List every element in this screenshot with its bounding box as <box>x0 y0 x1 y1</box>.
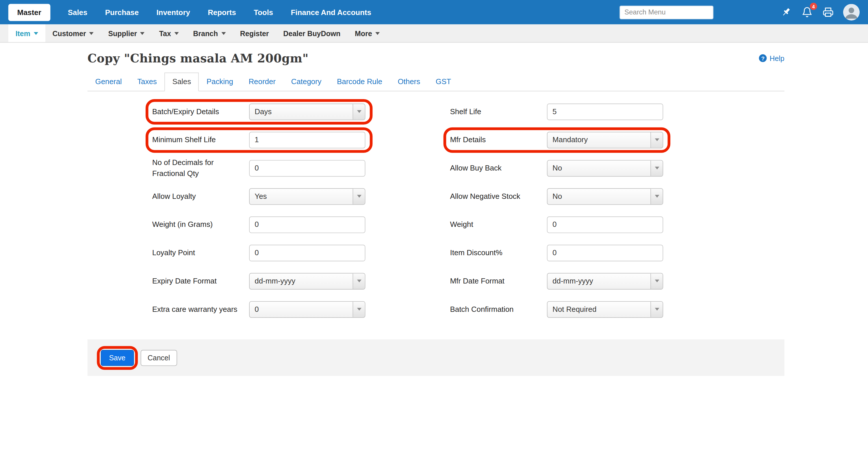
subnav-item-more[interactable]: More <box>348 24 387 42</box>
field-allow-loyalty: Allow Loyalty Yes <box>152 188 366 204</box>
subnav-item-label: Branch <box>193 29 218 37</box>
subnav-item-customer[interactable]: Customer <box>45 24 101 42</box>
select-value: 0 <box>250 302 352 317</box>
printer-icon[interactable] <box>822 6 834 18</box>
dropdown-arrow-icon <box>352 104 365 119</box>
help-icon: ? <box>759 54 767 62</box>
no-of-decimals-input[interactable] <box>249 160 365 176</box>
tab-category[interactable]: Category <box>283 72 330 91</box>
field-label: Loyalty Point <box>152 247 249 258</box>
form-action-bar: Save Cancel <box>88 339 784 376</box>
mfr-details-select[interactable]: Mandatory <box>547 131 663 148</box>
help-label: Help <box>770 54 784 62</box>
subnav-item-dealer-buydown[interactable]: Dealer BuyDown <box>276 24 348 42</box>
batch-confirmation-select[interactable]: Not Required <box>547 301 663 317</box>
form-row: Weight (in Grams) Weight <box>88 210 784 239</box>
select-value: Not Required <box>548 302 650 317</box>
dropdown-arrow-icon <box>650 160 662 176</box>
mfr-date-format-select[interactable]: dd-mm-yyyy <box>547 273 663 289</box>
top-navigation-bar: Master Sales Purchase Inventory Reports … <box>0 0 868 24</box>
sales-tab-form: Batch/Expiry Details Days Shelf Life Min… <box>88 91 784 323</box>
expiry-date-format-select[interactable]: dd-mm-yyyy <box>249 273 365 289</box>
help-link[interactable]: ? Help <box>759 54 784 62</box>
loyalty-point-input[interactable] <box>249 245 365 261</box>
field-label: Batch Confirmation <box>450 304 547 314</box>
item-discount-input[interactable] <box>547 245 663 261</box>
field-item-discount: Item Discount% <box>450 245 663 261</box>
topnav-right-cluster: 4 <box>620 4 860 20</box>
nav-item-sales[interactable]: Sales <box>68 8 88 17</box>
subnav-item-register[interactable]: Register <box>233 24 276 42</box>
pushpin-icon[interactable] <box>780 6 792 18</box>
tab-packing[interactable]: Packing <box>199 72 241 91</box>
screenshot-stage: Master Sales Purchase Inventory Reports … <box>0 0 868 467</box>
subnav-item-label: More <box>355 29 372 37</box>
dropdown-arrow-icon <box>650 302 662 317</box>
allow-negative-stock-select[interactable]: No <box>547 188 663 204</box>
tab-gst[interactable]: GST <box>428 72 459 91</box>
dropdown-arrow-icon <box>650 273 662 289</box>
subnav-item-supplier[interactable]: Supplier <box>101 24 152 42</box>
form-row: No of Decimals for Fractional Qty Allow … <box>88 154 784 182</box>
extra-care-warranty-years-select[interactable]: 0 <box>249 301 365 317</box>
chevron-down-icon <box>89 32 94 35</box>
user-avatar[interactable] <box>843 4 860 20</box>
weight-in-grams-input[interactable] <box>249 216 365 232</box>
nav-item-inventory[interactable]: Inventory <box>156 8 190 17</box>
nav-item-purchase[interactable]: Purchase <box>105 8 139 17</box>
save-button[interactable]: Save <box>101 350 134 366</box>
field-batch-confirmation: Batch Confirmation Not Required <box>450 301 663 317</box>
search-input[interactable] <box>620 5 714 19</box>
subnav-item-item[interactable]: Item <box>8 24 45 42</box>
select-value: No <box>548 188 650 204</box>
chevron-down-icon <box>375 32 380 35</box>
field-label: Minimum Shelf Life <box>152 134 249 145</box>
cancel-button[interactable]: Cancel <box>141 350 177 366</box>
chevron-down-icon <box>221 32 226 35</box>
batch-expiry-details-select[interactable]: Days <box>249 103 365 120</box>
nav-item-reports[interactable]: Reports <box>208 8 236 17</box>
subnav-item-label: Dealer BuyDown <box>283 29 340 37</box>
tab-barcode-rule[interactable]: Barcode Rule <box>329 72 390 91</box>
subnav-item-tax[interactable]: Tax <box>152 24 186 42</box>
field-expiry-date-format: Expiry Date Format dd-mm-yyyy <box>152 273 366 289</box>
field-extra-care-warranty-years: Extra care warranty years 0 <box>152 301 366 317</box>
form-row: Extra care warranty years 0 Batch Confir… <box>88 295 784 323</box>
bell-icon[interactable]: 4 <box>801 6 813 18</box>
minimum-shelf-life-input[interactable] <box>249 131 365 148</box>
field-shelf-life: Shelf Life <box>450 103 663 120</box>
subnav-item-label: Supplier <box>108 29 137 37</box>
shelf-life-input[interactable] <box>547 103 663 120</box>
field-weight: Weight <box>450 216 663 232</box>
field-label: Expiry Date Format <box>152 276 249 286</box>
item-tabs: General Taxes Sales Packing Reorder Cate… <box>88 72 784 91</box>
tab-taxes[interactable]: Taxes <box>129 72 164 91</box>
notification-badge: 4 <box>810 3 817 10</box>
form-row: Loyalty Point Item Discount% <box>88 239 784 267</box>
form-row: Batch/Expiry Details Days Shelf Life <box>88 97 784 126</box>
field-label: Item Discount% <box>450 247 547 258</box>
field-label: Mfr Date Format <box>450 276 547 286</box>
nav-item-finance-and-accounts[interactable]: Finance And Accounts <box>291 8 371 17</box>
nav-item-master[interactable]: Master <box>8 3 50 21</box>
tab-general[interactable]: General <box>88 72 130 91</box>
allow-buy-back-select[interactable]: No <box>547 160 663 176</box>
weight-input[interactable] <box>547 216 663 232</box>
field-label: Shelf Life <box>450 106 547 117</box>
nav-item-tools[interactable]: Tools <box>254 8 273 17</box>
dropdown-arrow-icon <box>352 302 365 317</box>
tab-others[interactable]: Others <box>390 72 428 91</box>
dropdown-arrow-icon <box>650 188 662 204</box>
field-label: Weight (in Grams) <box>152 219 249 230</box>
allow-loyalty-select[interactable]: Yes <box>249 188 365 204</box>
subnav-item-branch[interactable]: Branch <box>186 24 232 42</box>
form-row: Allow Loyalty Yes Allow Negative Stock N… <box>88 182 784 210</box>
select-value: dd-mm-yyyy <box>548 273 650 289</box>
select-value: Days <box>250 104 352 119</box>
tab-sales[interactable]: Sales <box>165 72 199 91</box>
field-label: Batch/Expiry Details <box>152 106 249 117</box>
topnav-icons: 4 <box>780 4 860 20</box>
main-content: Copy "Chings masala AM 200gm" ? Help Gen… <box>88 50 784 376</box>
tab-reorder[interactable]: Reorder <box>241 72 283 91</box>
field-label: Allow Loyalty <box>152 191 249 201</box>
